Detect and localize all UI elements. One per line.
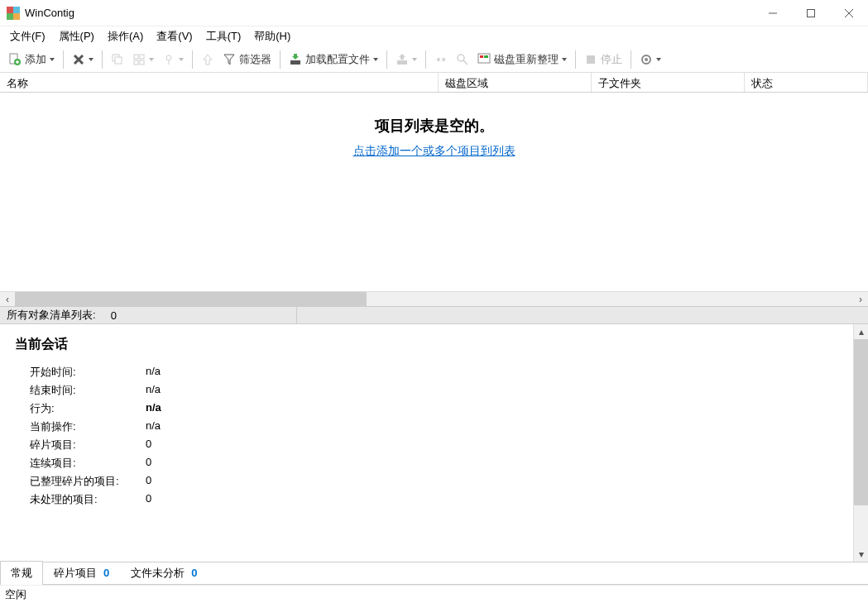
svg-rect-23 — [397, 60, 407, 65]
session-value: 0 — [146, 474, 151, 489]
app-icon — [7, 7, 20, 20]
chevron-down-icon — [562, 58, 567, 61]
stop-button[interactable]: 停止 — [581, 49, 626, 70]
add-file-icon — [8, 53, 22, 66]
filter-button[interactable]: 筛选器 — [219, 49, 275, 70]
target-button[interactable] — [431, 49, 451, 70]
session-key: 结束时间: — [30, 383, 146, 398]
svg-point-33 — [645, 58, 648, 61]
grid-button[interactable] — [129, 49, 157, 70]
scroll-left-icon[interactable]: ‹ — [0, 292, 15, 307]
session-value: 0 — [146, 456, 151, 471]
up-arrow-icon — [201, 53, 214, 66]
session-value: n/a — [146, 419, 161, 434]
scroll-down-icon[interactable]: ▾ — [854, 547, 868, 562]
scroll-track[interactable] — [15, 292, 853, 307]
minimize-button[interactable] — [754, 0, 792, 26]
svg-rect-3 — [13, 13, 20, 20]
magnifier-icon — [456, 53, 469, 66]
delete-button[interactable] — [69, 49, 97, 70]
session-heading: 当前会话 — [15, 336, 838, 353]
bottom-tabs: 常规 碎片项目0 文件未分析0 — [0, 562, 868, 585]
menu-action[interactable]: 操作(A) — [101, 27, 150, 45]
maximize-button[interactable] — [792, 0, 830, 26]
session-row: 当前操作:n/a — [30, 419, 838, 434]
disk-defrag-label: 磁盘重新整理 — [494, 52, 559, 67]
menu-bar: 文件(F) 属性(P) 操作(A) 查看(V) 工具(T) 帮助(H) — [0, 26, 868, 46]
tab-frag-items[interactable]: 碎片项目0 — [43, 561, 120, 585]
horizontal-scrollbar[interactable]: ‹ › — [0, 291, 868, 306]
detail-pane: 当前会话 开始时间:n/a结束时间:n/a行为:n/a当前操作:n/a碎片项目:… — [0, 324, 868, 562]
chevron-down-icon — [89, 58, 94, 61]
add-label: 添加 — [25, 52, 46, 67]
tab-general[interactable]: 常规 — [0, 561, 43, 585]
save-icon — [396, 53, 409, 66]
tab-not-analyzed[interactable]: 文件未分析0 — [120, 561, 208, 585]
menu-tools[interactable]: 工具(T) — [199, 27, 248, 45]
menu-view[interactable]: 查看(V) — [150, 27, 199, 45]
pin-button[interactable] — [159, 49, 187, 70]
menu-profile[interactable]: 属性(P) — [52, 27, 101, 45]
col-disk-area[interactable]: 磁盘区域 — [439, 73, 592, 92]
title-bar: WinContig — [0, 0, 868, 26]
svg-rect-1 — [13, 7, 20, 13]
svg-rect-17 — [140, 55, 144, 59]
load-icon — [289, 53, 302, 66]
settings-button[interactable] — [636, 49, 664, 70]
svg-line-27 — [463, 60, 468, 65]
scroll-right-icon[interactable]: › — [853, 292, 868, 307]
empty-add-link[interactable]: 点击添加一个或多个项目到列表 — [353, 144, 516, 159]
chevron-down-icon — [179, 58, 184, 61]
x-icon — [72, 53, 85, 66]
target-icon — [434, 53, 448, 66]
column-headers: 名称 磁盘区域 子文件夹 状态 — [0, 73, 868, 93]
svg-rect-28 — [478, 54, 490, 63]
session-key: 开始时间: — [30, 365, 146, 380]
scroll-up-icon[interactable]: ▴ — [854, 324, 868, 339]
status-bar: 空闲 — [0, 585, 868, 603]
svg-rect-30 — [484, 55, 488, 58]
scroll-track[interactable] — [854, 339, 868, 547]
chevron-down-icon — [50, 58, 55, 61]
search-button[interactable] — [453, 49, 472, 70]
scroll-thumb[interactable] — [854, 339, 868, 505]
chevron-down-icon — [149, 58, 154, 61]
disk-icon — [477, 53, 491, 66]
col-subfolders[interactable]: 子文件夹 — [592, 73, 745, 92]
stop-label: 停止 — [601, 52, 622, 67]
up-arrow-button[interactable] — [198, 49, 218, 70]
disk-defrag-button[interactable]: 磁盘重新整理 — [474, 49, 570, 70]
save-button[interactable] — [392, 49, 420, 70]
col-name[interactable]: 名称 — [0, 73, 439, 92]
session-key: 未处理的项目: — [30, 492, 146, 507]
session-key: 已整理碎片的项目: — [30, 474, 146, 489]
copy-button[interactable] — [108, 49, 127, 70]
col-status[interactable]: 状态 — [745, 73, 868, 92]
svg-rect-5 — [808, 9, 815, 17]
session-row: 连续项目:0 — [30, 456, 838, 471]
session-key: 行为: — [30, 401, 146, 416]
session-row: 未处理的项目:0 — [30, 492, 838, 507]
count-value: 0 — [111, 309, 117, 322]
menu-help[interactable]: 帮助(H) — [247, 27, 297, 45]
count-label: 所有对象清单列表: — [7, 308, 96, 323]
svg-rect-19 — [140, 60, 144, 65]
filter-label: 筛选器 — [239, 52, 271, 67]
add-button[interactable]: 添加 — [5, 49, 58, 70]
session-key: 碎片项目: — [30, 438, 146, 452]
svg-rect-29 — [480, 55, 483, 58]
svg-rect-2 — [7, 13, 13, 20]
session-value: n/a — [146, 365, 161, 380]
load-profile-button[interactable]: 加载配置文件 — [285, 49, 381, 70]
svg-point-25 — [439, 58, 443, 61]
session-row: 结束时间:n/a — [30, 383, 838, 398]
vertical-scrollbar[interactable]: ▴ ▾ — [853, 324, 868, 562]
load-profile-label: 加载配置文件 — [305, 52, 370, 67]
close-button[interactable] — [830, 0, 868, 26]
status-text: 空闲 — [5, 587, 26, 602]
menu-file[interactable]: 文件(F) — [3, 27, 52, 45]
scroll-thumb[interactable] — [15, 292, 367, 307]
count-bar: 所有对象清单列表: 0 — [0, 306, 868, 324]
window-title: WinContig — [25, 7, 74, 19]
pin-icon — [162, 53, 175, 66]
